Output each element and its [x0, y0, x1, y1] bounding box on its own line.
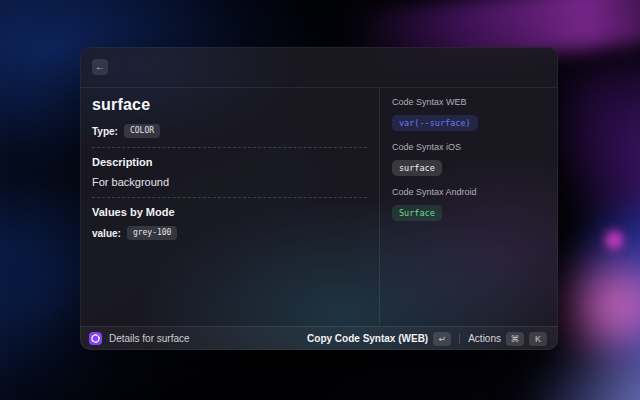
value-label: value: — [92, 228, 121, 239]
actions-label: Actions — [468, 333, 501, 344]
footer-actions: Copy Code Syntax (WEB) ↵ Actions ⌘ K — [305, 330, 549, 348]
code-syntax-web-value: var(--surface) — [392, 115, 478, 131]
footer-divider — [459, 334, 460, 344]
window-footer: Details for surface Copy Code Syntax (WE… — [80, 326, 558, 350]
wallpaper-pink-glow — [548, 244, 640, 370]
code-syntax-ios-value: surface — [392, 160, 442, 176]
code-syntax-android-label: Code Syntax Android — [392, 187, 546, 197]
wallpaper-magenta-dot — [601, 227, 627, 253]
divider — [92, 147, 367, 148]
code-syntax-web-label: Code Syntax WEB — [392, 97, 546, 107]
variables-extension-icon — [89, 332, 102, 345]
code-syntax-group-android: Code Syntax Android Surface — [392, 187, 546, 232]
k-key: K — [529, 332, 547, 346]
back-button[interactable]: ← — [92, 59, 108, 75]
values-section: Values by Mode value: grey-100 — [92, 206, 367, 240]
actions-menu-button[interactable]: Actions ⌘ K — [466, 330, 549, 348]
return-key-icon: ↵ — [433, 332, 451, 346]
copy-code-syntax-button[interactable]: Copy Code Syntax (WEB) ↵ — [305, 330, 453, 348]
type-label: Type: — [92, 126, 118, 137]
divider — [92, 197, 367, 198]
back-arrow-icon: ← — [95, 61, 105, 72]
description-section: Description For background — [92, 156, 367, 188]
window-header: ← — [80, 47, 558, 88]
details-window: ← surface Type: COLOR Description For ba… — [80, 47, 558, 350]
code-syntax-ios-label: Code Syntax iOS — [392, 142, 546, 152]
code-syntax-android-value: Surface — [392, 205, 442, 221]
code-syntax-panel: Code Syntax WEB var(--surface) Code Synt… — [379, 88, 558, 326]
token-details-panel: surface Type: COLOR Description For back… — [80, 88, 379, 326]
copy-code-syntax-label: Copy Code Syntax (WEB) — [307, 333, 428, 344]
command-key-icon: ⌘ — [506, 332, 524, 346]
value-row: value: grey-100 — [92, 226, 367, 240]
code-syntax-group-ios: Code Syntax iOS surface — [392, 142, 546, 187]
dashed-circle-icon — [90, 333, 101, 344]
description-heading: Description — [92, 156, 367, 168]
window-body: surface Type: COLOR Description For back… — [80, 88, 558, 326]
values-by-mode-heading: Values by Mode — [92, 206, 367, 218]
value-badge: grey-100 — [127, 226, 178, 240]
description-text: For background — [92, 176, 367, 188]
desktop: ← surface Type: COLOR Description For ba… — [0, 0, 640, 400]
page-title: surface — [92, 96, 367, 114]
code-syntax-group-web: Code Syntax WEB var(--surface) — [392, 97, 546, 142]
status-text: Details for surface — [109, 333, 190, 344]
type-badge: COLOR — [124, 124, 160, 138]
type-row: Type: COLOR — [92, 124, 367, 138]
